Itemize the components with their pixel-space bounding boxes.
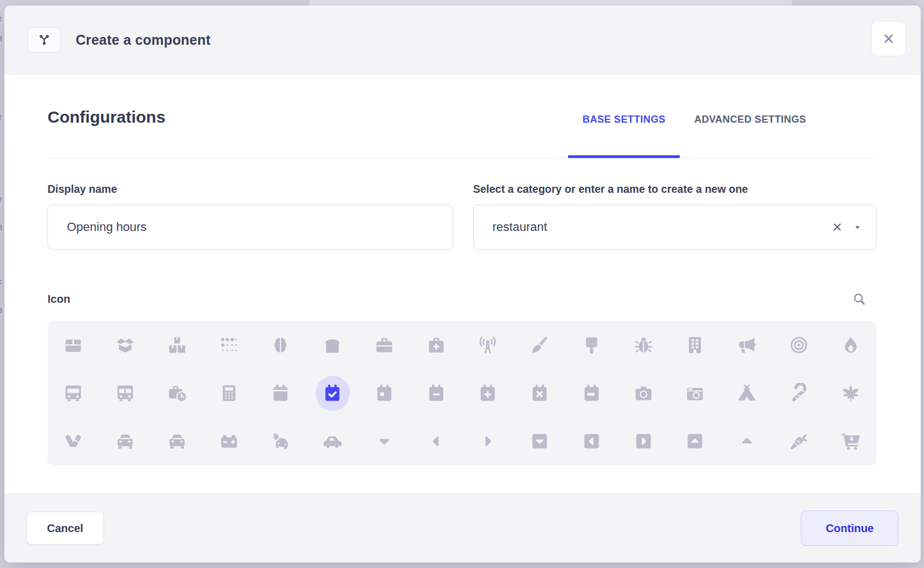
modal-header: Create a component [4,6,921,75]
category-label: Select a category or enter a name to cre… [473,183,876,196]
category-field: Select a category or enter a name to cre… [473,183,876,250]
icon-option-briefcase-icon[interactable] [359,321,411,369]
icon-option-calendar-check-icon[interactable] [307,369,359,417]
close-icon [881,31,896,46]
icon-option-briefcase-medical-icon[interactable] [410,321,462,369]
component-node-icon [28,27,61,52]
icon-option-brain-icon[interactable] [255,321,307,369]
icon-option-calendar-times-icon[interactable] [514,369,566,417]
icon-option-caret-square-right-icon[interactable] [617,417,669,465]
icon-picker-label: Icon [48,293,70,306]
search-icon[interactable] [852,292,867,306]
cancel-button[interactable]: Cancel [27,512,104,545]
icon-option-brush-icon[interactable] [566,321,618,369]
icon-option-boxes-icon[interactable] [151,321,203,369]
form-row: Display name Select a category or enter … [48,183,876,250]
icon-option-carrot-icon[interactable] [773,417,825,465]
icon-option-car-icon[interactable] [99,417,151,465]
icon-grid [48,321,876,465]
display-name-field: Display name [48,183,453,250]
icon-option-bullseye-icon[interactable] [773,321,825,369]
tab-advanced-settings[interactable]: ADVANCED SETTINGS [680,112,820,158]
display-name-label: Display name [48,183,453,196]
icon-option-calendar-day-icon[interactable] [359,369,411,417]
icon-option-caret-square-up-icon[interactable] [669,417,721,465]
icon-option-bullhorn-icon[interactable] [721,321,773,369]
icon-option-box-icon[interactable] [48,321,99,369]
icon-option-car-battery-icon[interactable] [203,417,255,465]
icon-option-caret-up-icon[interactable] [721,417,773,465]
section-divider [48,158,876,159]
icon-option-car-crash-icon[interactable] [255,417,307,465]
create-component-modal: Create a component Configurations BASE S… [4,6,921,562]
close-button[interactable] [871,21,906,56]
icon-option-bug-icon[interactable] [617,321,669,369]
icon-option-caret-square-left-icon[interactable] [566,417,618,465]
icon-option-business-time-icon[interactable] [151,369,203,417]
icon-option-car-side-icon[interactable] [307,417,359,465]
modal-title: Create a component [76,32,211,48]
page-behind-text-fragments: entiertvnt=bt [0,0,4,568]
category-input[interactable] [473,204,876,250]
icon-option-burn-icon[interactable] [825,321,876,369]
icon-picker: Icon [48,291,876,465]
category-combobox [473,204,876,250]
icon-option-building-icon[interactable] [669,321,721,369]
caret-down-icon[interactable] [853,223,862,232]
icon-option-braille-icon[interactable] [203,321,255,369]
icon-option-camera-icon[interactable] [617,369,669,417]
icon-option-candy-cane-icon[interactable] [773,369,825,417]
icon-option-bread-slice-icon[interactable] [307,321,359,369]
icon-option-calendar-minus-icon[interactable] [410,369,462,417]
icon-option-cart-arrow-down-icon[interactable] [825,417,876,465]
modal-footer: Cancel Continue [4,493,921,562]
icon-option-caret-square-down-icon[interactable] [514,417,566,465]
icon-option-car-alt-icon[interactable] [151,417,203,465]
icon-option-calculator-icon[interactable] [203,369,255,417]
icon-option-campground-icon[interactable] [721,369,773,417]
icon-option-caret-right-icon[interactable] [462,417,514,465]
icon-option-broadcast-tower-icon[interactable] [462,321,514,369]
display-name-input[interactable] [48,204,453,250]
icon-option-bus-alt-icon[interactable] [99,369,151,417]
icon-option-broom-icon[interactable] [514,321,566,369]
icon-option-calendar-plus-icon[interactable] [462,369,514,417]
icon-option-capsules-icon[interactable] [48,417,99,465]
icon-option-camera-retro-icon[interactable] [669,369,721,417]
icon-option-calendar-icon[interactable] [255,369,307,417]
icon-option-caret-left-icon[interactable] [410,417,462,465]
continue-button[interactable]: Continue [801,511,899,546]
section-heading: Configurations [48,108,165,127]
page-behind-top-strip [309,0,792,6]
icon-option-box-open-icon[interactable] [99,321,151,369]
icon-option-bus-icon[interactable] [48,369,99,417]
icon-option-caret-down-icon[interactable] [359,417,411,465]
modal-body: Configurations BASE SETTINGS ADVANCED SE… [4,75,921,493]
tab-base-settings[interactable]: BASE SETTINGS [568,112,680,158]
clear-x-icon[interactable] [831,220,844,234]
settings-tabs: BASE SETTINGS ADVANCED SETTINGS [568,112,821,158]
icon-option-calendar-week-icon[interactable] [566,369,618,417]
icon-option-cannabis-icon[interactable] [825,369,876,417]
